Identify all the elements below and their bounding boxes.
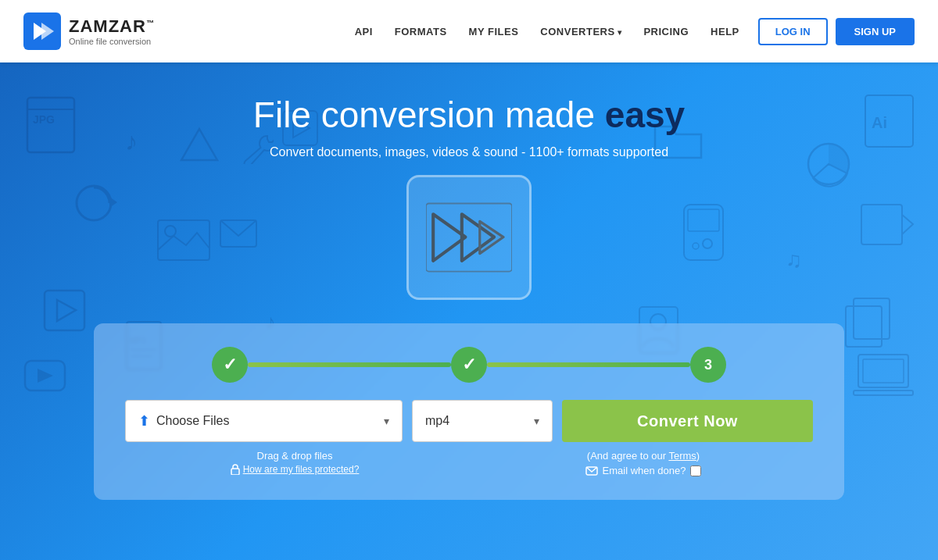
bottom-notes: Drag & drop files How are my files prote… <box>125 450 813 476</box>
svg-text:JPG: JPG <box>33 113 55 126</box>
doodle-copy <box>844 297 891 351</box>
format-select[interactable]: mp4 ▾ <box>412 400 553 442</box>
left-notes: Drag & drop files How are my files prote… <box>125 450 464 476</box>
doodle-image1 <box>156 219 211 265</box>
svg-point-6 <box>77 186 111 220</box>
nav-help[interactable]: HELP <box>711 26 739 37</box>
step-2-circle: ✓ <box>451 347 487 383</box>
doodle-refresh <box>70 180 117 230</box>
svg-rect-10 <box>45 291 84 330</box>
svg-rect-29 <box>220 220 256 247</box>
protected-link[interactable]: How are my files protected? <box>231 464 360 475</box>
navbar: ZAMZAR™ Online file conversion API FORMA… <box>0 0 938 62</box>
svg-rect-27 <box>854 391 913 395</box>
login-button[interactable]: LOG IN <box>758 18 828 45</box>
hero-subtitle: Convert documents, images, videos & soun… <box>270 145 668 159</box>
doodle-triangle <box>180 125 219 167</box>
choose-files-dropdown-arrow: ▾ <box>384 415 389 427</box>
svg-rect-18 <box>865 95 913 147</box>
svg-point-20 <box>808 144 849 184</box>
svg-marker-11 <box>57 300 76 321</box>
svg-marker-35 <box>181 129 217 160</box>
email-label: Email when done? <box>603 465 686 476</box>
doodle-laptop <box>852 351 915 401</box>
svg-point-33 <box>693 243 699 249</box>
doodle-play <box>43 289 86 335</box>
doodle-email <box>219 219 258 251</box>
svg-text:♪: ♪ <box>125 127 138 155</box>
center-logo <box>406 175 532 300</box>
logo-title: ZAMZAR™ <box>69 16 155 37</box>
step-line-2 <box>487 362 690 367</box>
logo-icon <box>23 12 61 50</box>
logo-text: ZAMZAR™ Online file conversion <box>69 16 155 46</box>
signup-button[interactable]: SIGN UP <box>836 18 915 45</box>
nav-formats[interactable]: FORMATS <box>395 26 447 37</box>
svg-rect-30 <box>684 205 723 260</box>
logo-subtitle: Online file conversion <box>69 37 155 46</box>
svg-text:♫: ♫ <box>786 248 802 272</box>
email-icon <box>585 466 598 476</box>
format-dropdown-arrow: ▾ <box>534 415 539 427</box>
terms-link[interactable]: Terms <box>668 450 696 462</box>
svg-point-9 <box>165 226 176 237</box>
svg-point-32 <box>703 239 712 248</box>
step-1-circle: ✓ <box>212 347 248 383</box>
step-line-1 <box>248 362 451 367</box>
svg-text:Ai: Ai <box>872 114 887 131</box>
convert-now-button[interactable]: Convert Now <box>562 400 813 442</box>
logo: ZAMZAR™ Online file conversion <box>23 12 155 50</box>
choose-files-label: Choose Files <box>156 414 229 428</box>
hero-title: File conversion made easy <box>253 94 685 136</box>
nav-links: API FORMATS MY FILES CONVERTERS PRICING … <box>355 26 739 37</box>
svg-rect-8 <box>158 220 209 260</box>
email-checkbox[interactable] <box>690 465 701 476</box>
format-value: mp4 <box>425 414 449 428</box>
doodle-ai: Ai <box>864 94 915 152</box>
drag-drop-text: Drag & drop files <box>257 450 333 462</box>
doodle-youtube <box>23 359 66 395</box>
svg-marker-42 <box>480 221 503 253</box>
svg-rect-21 <box>861 205 902 244</box>
svg-marker-22 <box>902 215 913 234</box>
doodle-video <box>860 203 915 249</box>
svg-rect-25 <box>846 306 882 347</box>
hero-section: JPG ♪ <box>0 62 938 560</box>
nav-api[interactable]: API <box>355 26 373 37</box>
svg-rect-31 <box>688 209 719 231</box>
svg-rect-16 <box>25 361 65 391</box>
svg-rect-2 <box>27 98 74 152</box>
doodle-music: ♪ <box>125 125 156 159</box>
nav-pricing[interactable]: PRICING <box>643 26 689 37</box>
choose-files-button[interactable]: ⬆ Choose Files ▾ <box>125 400 403 442</box>
conversion-box: ✓ ✓ 3 ⬆ Choose Files ▾ mp4 ▾ Convert Now <box>94 323 844 500</box>
choose-files-left: ⬆ Choose Files <box>138 412 229 430</box>
doodle-music2: ♫ <box>786 242 817 276</box>
terms-text: (And agree to our Terms) <box>587 450 700 462</box>
doodle-chart <box>805 141 852 191</box>
svg-rect-44 <box>231 469 239 475</box>
nav-converters[interactable]: CONVERTERS <box>540 26 621 37</box>
right-notes: (And agree to our Terms) Email when done… <box>474 450 813 476</box>
svg-marker-17 <box>38 369 53 383</box>
step-indicators: ✓ ✓ 3 <box>125 347 813 383</box>
svg-rect-28 <box>863 359 904 383</box>
doodle-jpg: JPG <box>23 94 78 159</box>
protected-link-text: How are my files protected? <box>243 464 360 475</box>
controls-row: ⬆ Choose Files ▾ mp4 ▾ Convert Now <box>125 400 813 442</box>
step-3-circle: 3 <box>690 347 726 383</box>
upload-icon: ⬆ <box>138 412 150 430</box>
svg-rect-24 <box>854 298 890 339</box>
svg-marker-1 <box>41 23 54 40</box>
svg-rect-26 <box>858 355 908 387</box>
nav-my-files[interactable]: MY FILES <box>469 26 519 37</box>
doodle-gameboy <box>680 203 727 265</box>
email-row: Email when done? <box>585 465 702 476</box>
svg-marker-7 <box>109 197 117 208</box>
